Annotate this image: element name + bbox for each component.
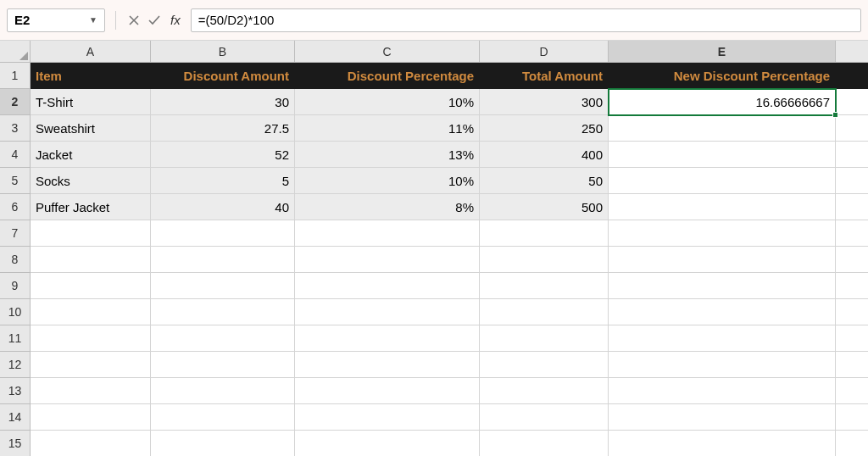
cell[interactable] <box>609 142 836 168</box>
cell[interactable] <box>31 404 151 431</box>
column-header-C[interactable]: C <box>295 41 480 63</box>
cell[interactable] <box>480 247 609 273</box>
row-header-9[interactable]: 9 <box>0 273 31 299</box>
cell[interactable] <box>151 220 295 247</box>
cell[interactable] <box>295 325 480 352</box>
cell[interactable] <box>609 352 836 378</box>
formula-input[interactable]: =(50/D2)*100 <box>191 8 861 32</box>
cell[interactable] <box>31 352 151 378</box>
cell[interactable] <box>836 168 868 194</box>
cell[interactable]: 300 <box>480 89 609 115</box>
cell[interactable]: 27.5 <box>151 115 295 142</box>
cancel-icon[interactable] <box>126 13 142 28</box>
cell[interactable] <box>151 352 295 378</box>
column-header-B[interactable]: B <box>151 41 295 63</box>
row-header-15[interactable]: 15 <box>0 431 31 456</box>
cell[interactable]: Sweatshirt <box>31 115 151 142</box>
row-header-3[interactable]: 3 <box>0 115 31 142</box>
cell[interactable] <box>31 378 151 404</box>
row-header-4[interactable]: 4 <box>0 142 31 168</box>
cell[interactable] <box>295 352 480 378</box>
cell[interactable] <box>609 273 836 299</box>
cell[interactable] <box>609 325 836 352</box>
cell[interactable] <box>836 115 868 142</box>
cell[interactable] <box>151 404 295 431</box>
cell[interactable] <box>836 89 868 115</box>
row-header-12[interactable]: 12 <box>0 352 31 378</box>
cell[interactable]: 30 <box>151 89 295 115</box>
confirm-icon[interactable] <box>147 13 162 28</box>
cell[interactable]: 8% <box>295 194 480 220</box>
cell[interactable] <box>836 273 868 299</box>
row-header-5[interactable]: 5 <box>0 168 31 194</box>
cell[interactable] <box>836 63 868 89</box>
cell[interactable] <box>31 299 151 325</box>
cell[interactable]: 400 <box>480 142 609 168</box>
cell[interactable] <box>295 431 480 456</box>
cell[interactable] <box>609 168 836 194</box>
cell[interactable]: 52 <box>151 142 295 168</box>
cell[interactable] <box>31 325 151 352</box>
cell[interactable] <box>480 220 609 247</box>
cell[interactable] <box>151 273 295 299</box>
cell[interactable]: 40 <box>151 194 295 220</box>
cell[interactable] <box>31 247 151 273</box>
cell[interactable] <box>836 431 868 456</box>
column-header-D[interactable]: D <box>480 41 609 63</box>
cell[interactable] <box>609 431 836 456</box>
grid[interactable]: ItemDiscount AmountDiscount PercentageTo… <box>31 63 868 456</box>
row-header-11[interactable]: 11 <box>0 325 31 352</box>
cell[interactable]: 16.66666667 <box>609 89 836 115</box>
cell[interactable] <box>295 247 480 273</box>
cell[interactable] <box>609 378 836 404</box>
row-header-7[interactable]: 7 <box>0 220 31 247</box>
name-box[interactable]: E2 ▼ <box>7 8 105 32</box>
cell[interactable] <box>480 378 609 404</box>
cell[interactable] <box>609 299 836 325</box>
cell[interactable] <box>836 299 868 325</box>
cell[interactable]: Socks <box>31 168 151 194</box>
column-header-A[interactable]: A <box>31 41 151 63</box>
cell[interactable] <box>480 299 609 325</box>
row-header-13[interactable]: 13 <box>0 378 31 404</box>
cell[interactable] <box>836 142 868 168</box>
cell[interactable]: 5 <box>151 168 295 194</box>
cell[interactable]: Discount Amount <box>151 63 295 89</box>
select-all-corner[interactable] <box>0 41 31 63</box>
cell[interactable] <box>480 431 609 456</box>
cell[interactable] <box>480 325 609 352</box>
cell[interactable]: Item <box>31 63 151 89</box>
cell[interactable] <box>295 404 480 431</box>
cell[interactable] <box>609 404 836 431</box>
cell[interactable]: Total Amount <box>480 63 609 89</box>
cell[interactable]: 500 <box>480 194 609 220</box>
cell[interactable]: 250 <box>480 115 609 142</box>
column-header-E[interactable]: E <box>609 41 836 63</box>
cell[interactable] <box>609 115 836 142</box>
cell[interactable] <box>151 247 295 273</box>
cell[interactable]: 50 <box>480 168 609 194</box>
cell[interactable] <box>836 220 868 247</box>
cell[interactable]: 10% <box>295 89 480 115</box>
cell[interactable]: 13% <box>295 142 480 168</box>
cell[interactable]: 10% <box>295 168 480 194</box>
fill-handle[interactable] <box>832 112 838 118</box>
cell[interactable] <box>836 247 868 273</box>
cell[interactable] <box>151 378 295 404</box>
cell[interactable]: T-Shirt <box>31 89 151 115</box>
cell[interactable] <box>609 247 836 273</box>
cell[interactable]: Discount Percentage <box>295 63 480 89</box>
row-header-2[interactable]: 2 <box>0 89 31 115</box>
cell[interactable] <box>151 299 295 325</box>
cell[interactable] <box>480 352 609 378</box>
cell[interactable] <box>609 194 836 220</box>
cell[interactable] <box>295 299 480 325</box>
cell[interactable] <box>836 378 868 404</box>
cell[interactable]: Puffer Jacket <box>31 194 151 220</box>
row-header-8[interactable]: 8 <box>0 247 31 273</box>
cell[interactable] <box>836 404 868 431</box>
cell[interactable] <box>836 194 868 220</box>
cell[interactable]: Jacket <box>31 142 151 168</box>
fx-label[interactable]: fx <box>170 13 181 27</box>
row-header-6[interactable]: 6 <box>0 194 31 220</box>
